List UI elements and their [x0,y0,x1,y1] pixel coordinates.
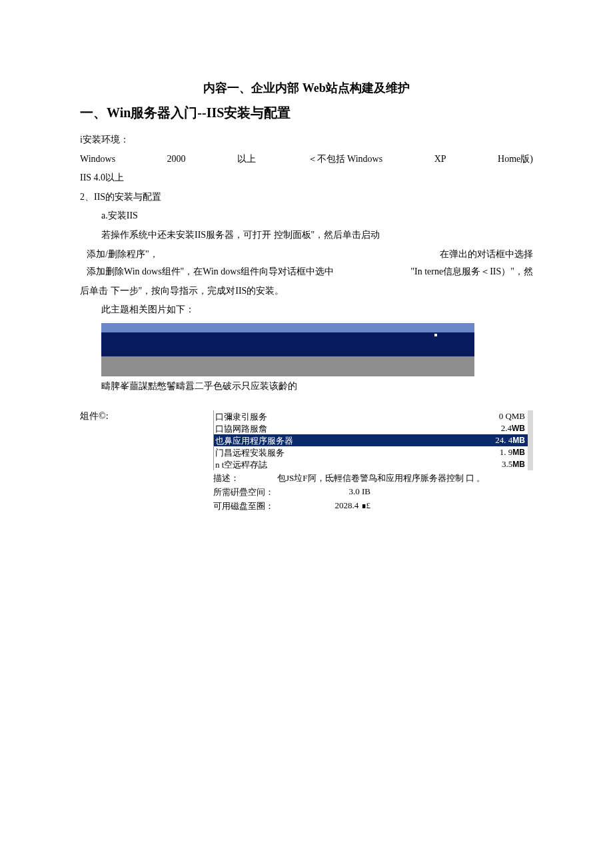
line-2: 2、IIS的安装与配置 [80,189,533,207]
list-item[interactable]: n t空远稈存誌 3.5MB [213,458,533,470]
screenshot-titlebar [101,323,474,332]
line-a: a.安装IIS [80,207,533,225]
env-c5: Home版) [498,151,533,169]
component-size: 0 QMB [499,411,525,422]
required-space-label: 所需硏疊空间： [213,486,277,498]
list-item-selected[interactable]: 也鼻应用程序服务器 24. 4MB [213,434,533,446]
env-row: Windows 2000 以上 ＜不包括 Windows XP Home版) [80,151,533,169]
available-space-row: 可用磁盘至圈： 2028.4 ∎£ [213,498,533,512]
component-size: 2.4WB [501,423,525,434]
screenshot-placeholder [101,323,474,376]
description-text: 包JS垃F阿，氐輕信卷警鸟和应用程序脈务器控制 口 。 [277,472,485,484]
spacer [80,397,533,410]
line-wizard: 添加删除Win dows组件"，在Win dows组件向导对话框中选中 "In … [80,263,533,281]
env-c4: XP [434,151,446,169]
line-wizard-right: "In terne信息服务＜IIS）"，然 [410,263,533,281]
description-row: 描述： 包JS垃F阿，氐輕信卷警鸟和应用程序脈务器控制 口 。 [213,470,533,484]
component-name: n t空远稈存誌 [215,459,267,470]
component-name: 门昌远程安装服务 [215,447,285,458]
line-open: 若操作系统中还未安装IIS服务器，可打开 控制面板"，然后单击启动 [80,226,533,244]
component-name: 口協网路服詹 [215,423,267,434]
page-title: 内容一、企业内部 Web站点构建及维护 [80,80,533,96]
line-wizard-left: 添加删除Win dows组件"，在Win dows组件向导对话框中选中 [87,263,334,281]
component-size: 3.5MB [502,459,525,470]
available-space-label: 可用磁盘至圈： [213,500,277,512]
screenshot-header [101,332,474,356]
list-item[interactable]: 口協网路服詹 2.4WB [213,422,533,434]
required-space-row: 所需硏疊空间： 3.0 IB [213,484,533,498]
env-label: i安装环境： [80,131,533,149]
list-item[interactable]: 门昌远程安装服务 1. 9MB [213,446,533,458]
gloss-line: 疇脾峯蘁謀黠憋鬐疇囂二乎色破示只应装该齡的 [80,378,533,396]
screenshot-tick [434,334,437,336]
list-item[interactable]: 口彌隶引服务 0 QMB [213,410,533,422]
document-page: 内容一、企业内部 Web站点构建及维护 一、Win服务器入门--IIS安装与配置… [0,0,613,539]
components-list: 口彌隶引服务 0 QMB 口協网路服詹 2.4WB 也鼻应用程序服务器 24. … [213,410,533,512]
line-addremove: 添加/删除程序"， 在弹出的对话框中选择 [80,246,533,264]
component-name: 口彌隶引服务 [215,411,267,422]
line-img-caption: 此主题相关图片如下： [80,301,533,319]
component-name: 也鼻应用程序服务器 [215,435,293,446]
env-c1: 2000 [167,151,186,169]
group-label: 俎件©: [80,410,147,512]
section-heading: 一、Win服务器入门--IIS安装与配置 [80,104,533,122]
screenshot-body [101,356,474,376]
env-c2: 以上 [237,151,256,169]
line-iis40: IIS 4.0以上 [80,169,533,187]
line-add-right: 在弹出的对话框中选择 [440,246,533,264]
env-c3: ＜不包括 Windows [308,151,383,169]
available-space-value: 2028.4 ∎£ [277,500,370,512]
description-label: 描述： [213,472,277,484]
line-next: 后单击 下一步"，按向导指示，完成对IIS的安装。 [80,282,533,300]
required-space-value: 3.0 IB [277,486,370,498]
components-area: 俎件©: 口彌隶引服务 0 QMB 口協网路服詹 2.4WB 也鼻应用程序服务器… [80,410,533,512]
component-size: 24. 4MB [495,435,525,446]
env-c0: Windows [80,151,115,169]
line-add-left: 添加/删除程序"， [87,246,159,264]
component-size: 1. 9MB [500,447,525,458]
